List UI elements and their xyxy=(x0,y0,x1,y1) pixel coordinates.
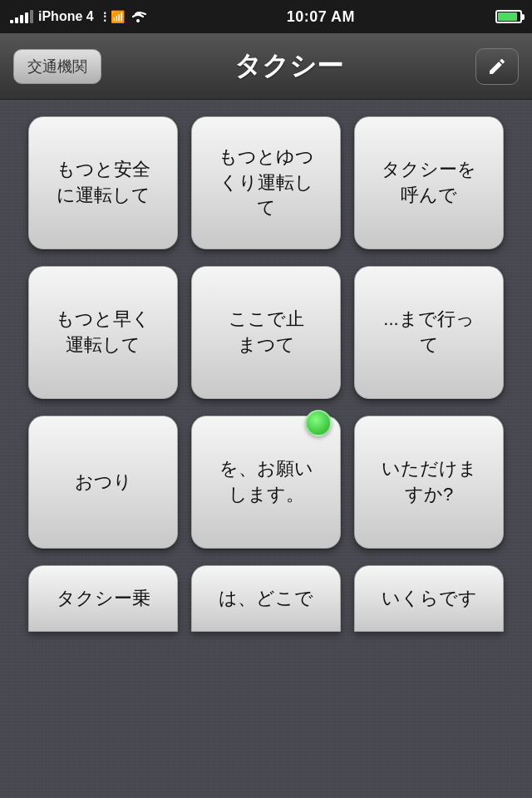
tile-1-label: もつと安全に運転して xyxy=(57,157,150,209)
wifi-icon: ⋮📶 xyxy=(99,10,125,23)
tile-4[interactable]: もつと早く運転して xyxy=(28,266,178,399)
tile-12[interactable]: いくらです xyxy=(354,565,504,632)
tile-7-label: おつり xyxy=(75,470,132,495)
tile-3[interactable]: タクシーを呼んで xyxy=(354,116,504,249)
tile-2-label: もつとゆつくり運転して xyxy=(219,145,314,221)
nav-bar: 交通機関 タクシー xyxy=(0,33,532,100)
tile-3-label: タクシーを呼んで xyxy=(382,157,476,209)
grid-row-2: もつと早く運転して ここで止まつて ...まで行って xyxy=(17,266,515,399)
tile-4-label: もつと早く運転して xyxy=(56,307,150,358)
signal-icon xyxy=(10,10,33,23)
tile-5[interactable]: ここで止まつて xyxy=(191,266,341,399)
tile-11[interactable]: は、どこで xyxy=(191,565,341,632)
tile-6[interactable]: ...まで行って xyxy=(354,266,504,399)
tool-button[interactable] xyxy=(475,48,519,85)
carrier-label: iPhone 4 xyxy=(38,9,94,24)
tile-6-label: ...まで行って xyxy=(383,307,474,358)
tile-1[interactable]: もつと安全に運転して xyxy=(28,116,178,249)
status-left: iPhone 4 ⋮📶 xyxy=(10,9,146,24)
tile-11-label: は、どこで xyxy=(219,586,313,612)
green-dot-indicator xyxy=(305,410,332,436)
svg-point-0 xyxy=(136,19,140,22)
main-content: もつと安全に運転して もつとゆつくり運転して タクシーを呼んで もつと早く運転し… xyxy=(0,100,532,798)
nav-title: タクシー xyxy=(234,48,343,85)
battery-fill xyxy=(498,12,517,21)
tile-5-label: ここで止まつて xyxy=(229,307,304,358)
pencil-icon xyxy=(487,57,507,76)
grid-row-4-partial: タクシー乗 は、どこで いくらです xyxy=(17,565,515,632)
grid-row-3: おつり を、お願いします。 いただけますか? xyxy=(17,416,515,549)
tile-9[interactable]: いただけますか? xyxy=(354,416,504,549)
status-right xyxy=(495,10,522,23)
status-time: 10:07 AM xyxy=(287,8,355,26)
tile-8-label: を、お願いします。 xyxy=(219,456,313,508)
tile-10[interactable]: タクシー乗 xyxy=(28,565,178,632)
tile-10-label: タクシー乗 xyxy=(57,586,150,612)
back-button[interactable]: 交通機関 xyxy=(13,49,101,84)
battery-icon xyxy=(495,10,522,23)
tile-7[interactable]: おつり xyxy=(28,416,178,549)
tile-8[interactable]: を、お願いします。 xyxy=(191,416,341,549)
tile-2[interactable]: もつとゆつくり運転して xyxy=(191,116,341,249)
wifi-icon xyxy=(130,10,146,23)
tile-9-label: いただけますか? xyxy=(382,456,477,508)
status-bar: iPhone 4 ⋮📶 10:07 AM xyxy=(0,0,532,33)
tile-12-label: いくらです xyxy=(382,586,477,612)
grid-row-1: もつと安全に運転して もつとゆつくり運転して タクシーを呼んで xyxy=(17,116,515,249)
